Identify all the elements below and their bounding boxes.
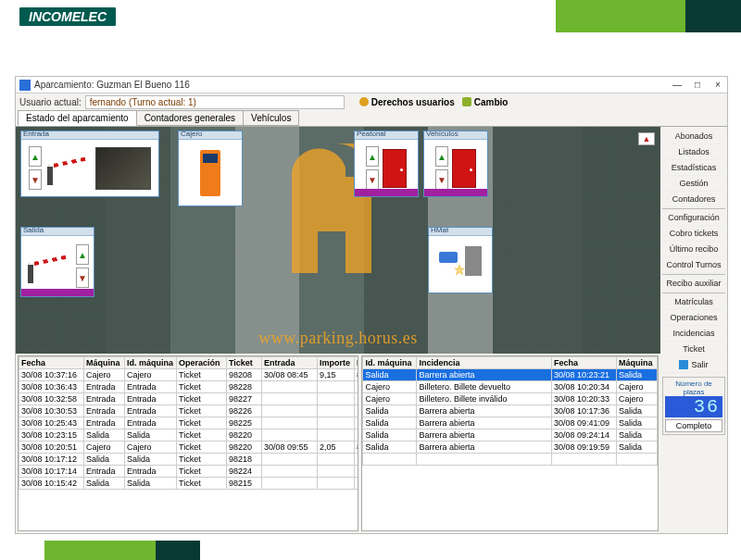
panel-cajero-title: Cajero [181,130,203,138]
panel-vehiculos-title: Vehículos [426,130,458,138]
table-row[interactable]: 30/08 10:37:16CajeroCajeroTicket9820830/… [19,369,359,381]
peatonal-down-button[interactable]: ▼ [366,169,379,190]
vehiculos-down-button[interactable]: ▼ [435,169,448,190]
col-header[interactable]: Operación [177,357,227,369]
sidebar: AbonadosListadosEstadísticasGestiónConta… [660,127,727,533]
info-bar: Usuario actual: fernando (Turno actual: … [16,93,727,110]
table-row[interactable]: 30/08 10:23:15SalidaSalidaTicket98220 [19,429,359,442]
panel-entrada[interactable]: Entrada ▲ ▼ [20,131,159,197]
table-row[interactable]: SalidaBarrera abierta30/08 09:19:59Salid… [363,442,658,454]
window-titlebar: Aparcamiento: Guzman El Bueno 116 — □ × [16,77,727,93]
tab-row: Estado del aparcamiento Contadores gener… [16,110,727,127]
table-row[interactable]: SalidaBarrera abierta30/08 10:17:36Salid… [363,405,658,417]
panel-peatonal-title: Peatonal [357,130,386,138]
plazas-label: Número de plazas [665,380,722,396]
tab-estado[interactable]: Estado del aparcamiento [18,110,137,126]
plazas-value: 36 [665,396,722,417]
col-header[interactable]: Ticket [227,357,262,369]
table-row[interactable] [363,454,658,466]
table-row[interactable]: 30/08 10:36:43EntradaEntradaTicket98228 [19,381,359,393]
salida-down-button[interactable]: ▼ [76,268,89,288]
col-header[interactable]: Fecha [552,357,617,369]
sidebar-item-ticket[interactable]: Ticket [662,342,725,357]
table-row[interactable]: 30/08 10:17:14EntradaEntradaTicket98224 [19,466,359,478]
completo-button[interactable]: Completo [665,419,722,432]
table-row[interactable]: 30/08 10:20:51CajeroCajeroTicket9822030/… [19,442,359,454]
col-header[interactable]: Fecha [19,357,84,369]
barrier-icon [45,152,92,185]
entrada-up-button[interactable]: ▲ [29,146,42,167]
col-header[interactable]: Máquina [617,357,658,369]
table-row[interactable]: 30/08 10:15:42SalidaSalidaTicket98215 [19,478,359,490]
sidebar-item--ltimo-recibo[interactable]: Último recibo [662,242,725,257]
sidebar-exit[interactable]: Salir [662,357,725,373]
window-title-prefix: Aparcamiento: [34,80,94,90]
sidebar-item-listados[interactable]: Listados [662,144,725,160]
col-header[interactable]: Nºrecibo [355,357,359,369]
grids-row: FechaMáquinaId. máquinaOperaciónTicketEn… [16,354,660,533]
plazas-box: Número de plazas 36 Completo [662,377,725,435]
sidebar-item-control-turnos[interactable]: Control Turnos [662,257,725,273]
sidebar-item-configuraci-n[interactable]: Configuración [662,210,725,226]
sidebar-item-matr-culas[interactable]: Matrículas [662,294,725,310]
sidebar-item-recibo-auxiliar[interactable]: Recibo auxiliar [662,276,725,292]
kiosk-icon [200,150,220,196]
site-topbar: INCOMELEC [0,0,741,32]
sidebar-item-cobro-tickets[interactable]: Cobro tickets [662,226,725,242]
sidebar-item-estad-sticas[interactable]: Estadísticas [662,160,725,176]
user-label: Usuario actual: [19,97,82,107]
table-row[interactable]: SalidaBarrera abierta30/08 09:41:09Salid… [363,417,658,429]
status-stage: www.parking.horus.es ▲ Entrada ▲ ▼ [16,127,660,354]
sidebar-item-gesti-n[interactable]: Gestión [662,176,725,192]
panel-salida-title: Salida [23,226,44,234]
vehiculos-up-button[interactable]: ▲ [435,146,448,167]
app-icon [19,80,31,91]
sidebar-exit-label: Salir [691,360,708,369]
panel-cajero[interactable]: Cajero [178,131,243,206]
window-maximize[interactable]: □ [692,80,703,90]
col-header[interactable]: Id. máquina [125,357,177,369]
sidebar-item-incidencias[interactable]: Incidencias [662,326,725,342]
app-window: Aparcamiento: Guzman El Bueno 116 — □ × … [15,76,728,534]
tab-contadores[interactable]: Contadores generales [136,110,244,126]
site-footer [0,541,741,560]
table-row[interactable]: SalidaBarrera abierta30/08 09:24:14Salid… [363,429,658,442]
window-minimize[interactable]: — [672,80,683,90]
topbar-color-blocks [556,0,741,32]
table-row[interactable]: 30/08 10:32:58EntradaEntradaTicket98227 [19,393,359,405]
incidents-grid[interactable]: Id. máquinaIncidenciaFechaMáquinaSalidaB… [361,355,659,531]
table-row[interactable]: 30/08 10:25:43EntradaEntradaTicket98225 [19,417,359,429]
panel-peatonal[interactable]: Peatonal ▲ ▼ [354,131,419,197]
panel-hmat-title: HMat [431,226,448,234]
col-header[interactable]: Id. máquina [363,357,417,369]
panel-hmat[interactable]: HMat [428,227,493,293]
window-close[interactable]: × [712,80,723,90]
operations-grid[interactable]: FechaMáquinaId. máquinaOperaciónTicketEn… [18,355,358,531]
chip-icon[interactable]: ▲ [638,132,655,145]
panel-salida[interactable]: Salida ▲ ▼ [20,227,94,297]
sidebar-item-contadores[interactable]: Contadores [662,192,725,207]
table-row[interactable]: CajeroBilletero. Billete inválido30/08 1… [363,393,658,405]
sidebar-item-operaciones[interactable]: Operaciones [662,310,725,326]
table-row[interactable]: 30/08 10:30:53EntradaEntradaTicket98226 [19,405,359,417]
window-title-value: Guzman El Bueno 116 [96,80,190,90]
table-row[interactable]: CajeroBilletero. Billete devuelto30/08 1… [363,381,658,393]
door-icon [452,149,476,188]
col-header[interactable]: Incidencia [417,357,552,369]
table-row[interactable]: 30/08 10:17:12SalidaSalidaTicket98218 [19,454,359,466]
tab-vehiculos[interactable]: Vehículos [243,110,299,126]
table-row[interactable]: SalidaBarrera abierta30/08 10:23:21Salid… [363,369,658,381]
salida-up-button[interactable]: ▲ [76,244,89,265]
panel-vehiculos[interactable]: Vehículos ▲ ▼ [423,131,488,197]
col-header[interactable]: Máquina [84,357,125,369]
sidebar-item-abonados[interactable]: Abonados [662,129,725,144]
entrada-down-button[interactable]: ▼ [29,169,42,190]
col-header[interactable]: Importe [318,357,355,369]
watermark-url: www.parking.horus.es [258,329,417,348]
peatonal-up-button[interactable]: ▲ [366,146,379,167]
brand-pill: INCOMELEC [19,6,117,27]
link-change[interactable]: Cambio [462,97,509,107]
link-rights[interactable]: Derechos usuarios [359,97,455,107]
col-header[interactable]: Entrada [262,357,318,369]
panel-entrada-title: Entrada [23,130,49,138]
